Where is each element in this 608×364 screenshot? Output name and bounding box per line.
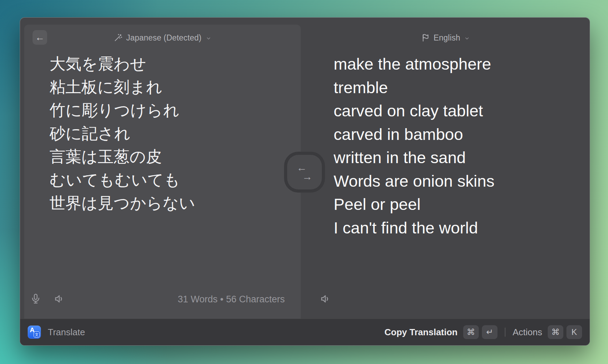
swap-right-arrow-icon: → (302, 172, 312, 181)
return-keycap: ↵ (482, 325, 497, 339)
flag-icon (421, 33, 430, 42)
source-text[interactable]: 大気を震わせ 粘土板に刻まれ 竹に彫りつけられ 砂に記され 言葉は玉葱の皮 むい… (50, 52, 285, 215)
translated-line: carved on clay tablet (334, 99, 576, 123)
translated-line: tremble (334, 76, 576, 99)
translated-line: written in the sand (334, 146, 576, 169)
translated-line: Peel or peel (334, 193, 576, 216)
action-bar: A 文 Translate Copy Translation ⌘ ↵ Actio… (20, 319, 590, 345)
speak-translation-icon[interactable] (319, 293, 331, 305)
translated-line: make the atmosphere (334, 52, 576, 76)
translate-app-icon: A 文 (28, 326, 41, 339)
target-language-label: English (434, 33, 460, 43)
icon-letter-bun: 文 (34, 331, 40, 338)
translated-line: Words are onion skins (334, 169, 576, 193)
source-language-label: Japanese (Detected) (126, 33, 201, 43)
cmd-keycap: ⌘ (548, 325, 563, 339)
wand-icon (114, 33, 123, 42)
source-line: むいてもむいても (50, 168, 285, 192)
speak-source-icon[interactable] (53, 293, 65, 305)
chevron-down-icon (464, 36, 470, 41)
source-line: 言葉は玉葱の皮 (50, 145, 285, 168)
source-language-selector[interactable]: Japanese (Detected) (24, 30, 301, 45)
divider (505, 328, 505, 337)
source-line: 大気を震わせ (50, 52, 285, 76)
translated-line: carved in bamboo (334, 123, 576, 146)
app-name-label: Translate (48, 327, 85, 338)
actions-button[interactable]: Actions (513, 327, 542, 338)
translated-line: I can't find the world (334, 216, 576, 240)
source-line: 竹に彫りつけられ (50, 99, 285, 122)
source-line: 砂に記され (50, 122, 285, 145)
chevron-down-icon (206, 36, 211, 41)
swap-languages-button[interactable]: ← → (287, 155, 322, 189)
translate-window: ← Japanese (Detected) English (20, 17, 590, 346)
translated-text[interactable]: make the atmosphere tremble carved on cl… (334, 52, 576, 239)
k-keycap: K (566, 325, 582, 339)
target-language-selector[interactable]: English (301, 30, 590, 45)
copy-translation-button[interactable]: Copy Translation (385, 327, 458, 338)
word-character-count: 31 Words • 56 Characters (178, 294, 285, 305)
source-line: 粘土板に刻まれ (50, 76, 285, 99)
source-line: 世界は見つからない (50, 192, 285, 215)
microphone-icon[interactable] (30, 293, 42, 305)
cmd-keycap: ⌘ (463, 325, 479, 339)
